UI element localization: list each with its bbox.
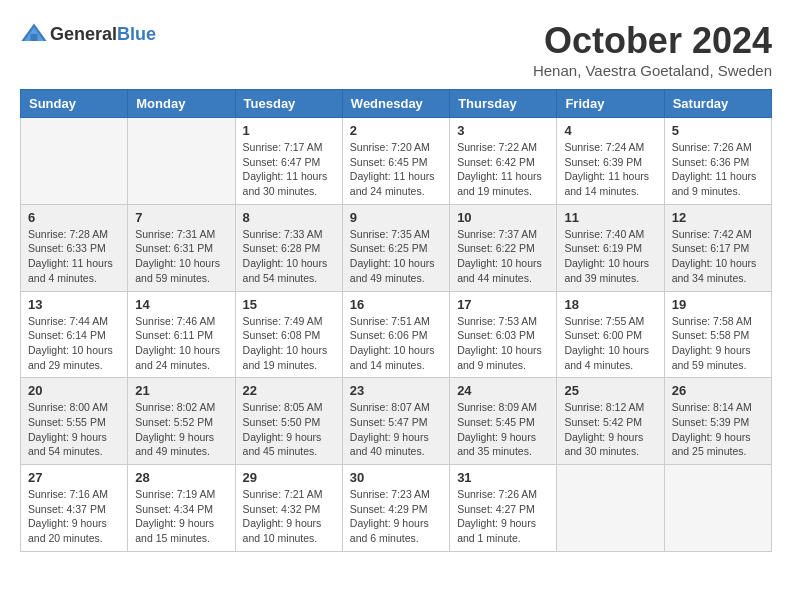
title-section: October 2024 Henan, Vaestra Goetaland, S… <box>533 20 772 79</box>
weekday-header-row: SundayMondayTuesdayWednesdayThursdayFrid… <box>21 90 772 118</box>
calendar-cell: 24Sunrise: 8:09 AM Sunset: 5:45 PM Dayli… <box>450 378 557 465</box>
cell-info-text: Sunrise: 7:24 AM Sunset: 6:39 PM Dayligh… <box>564 140 656 199</box>
calendar-week-row: 13Sunrise: 7:44 AM Sunset: 6:14 PM Dayli… <box>21 291 772 378</box>
calendar-cell: 8Sunrise: 7:33 AM Sunset: 6:28 PM Daylig… <box>235 204 342 291</box>
calendar-cell: 14Sunrise: 7:46 AM Sunset: 6:11 PM Dayli… <box>128 291 235 378</box>
cell-info-text: Sunrise: 8:09 AM Sunset: 5:45 PM Dayligh… <box>457 400 549 459</box>
cell-info-text: Sunrise: 8:07 AM Sunset: 5:47 PM Dayligh… <box>350 400 442 459</box>
calendar-cell: 30Sunrise: 7:23 AM Sunset: 4:29 PM Dayli… <box>342 465 449 552</box>
cell-info-text: Sunrise: 7:26 AM Sunset: 4:27 PM Dayligh… <box>457 487 549 546</box>
cell-info-text: Sunrise: 7:17 AM Sunset: 6:47 PM Dayligh… <box>243 140 335 199</box>
calendar-cell: 20Sunrise: 8:00 AM Sunset: 5:55 PM Dayli… <box>21 378 128 465</box>
calendar-cell: 15Sunrise: 7:49 AM Sunset: 6:08 PM Dayli… <box>235 291 342 378</box>
calendar-cell: 16Sunrise: 7:51 AM Sunset: 6:06 PM Dayli… <box>342 291 449 378</box>
cell-info-text: Sunrise: 7:42 AM Sunset: 6:17 PM Dayligh… <box>672 227 764 286</box>
cell-info-text: Sunrise: 7:53 AM Sunset: 6:03 PM Dayligh… <box>457 314 549 373</box>
calendar-cell: 29Sunrise: 7:21 AM Sunset: 4:32 PM Dayli… <box>235 465 342 552</box>
cell-date-number: 1 <box>243 123 335 138</box>
weekday-header-friday: Friday <box>557 90 664 118</box>
calendar-cell <box>664 465 771 552</box>
cell-info-text: Sunrise: 7:37 AM Sunset: 6:22 PM Dayligh… <box>457 227 549 286</box>
logo: GeneralBlue <box>20 20 156 48</box>
cell-info-text: Sunrise: 8:12 AM Sunset: 5:42 PM Dayligh… <box>564 400 656 459</box>
cell-info-text: Sunrise: 8:14 AM Sunset: 5:39 PM Dayligh… <box>672 400 764 459</box>
cell-info-text: Sunrise: 7:23 AM Sunset: 4:29 PM Dayligh… <box>350 487 442 546</box>
cell-info-text: Sunrise: 7:46 AM Sunset: 6:11 PM Dayligh… <box>135 314 227 373</box>
month-title: October 2024 <box>533 20 772 62</box>
cell-info-text: Sunrise: 7:33 AM Sunset: 6:28 PM Dayligh… <box>243 227 335 286</box>
cell-date-number: 11 <box>564 210 656 225</box>
cell-date-number: 21 <box>135 383 227 398</box>
cell-info-text: Sunrise: 7:20 AM Sunset: 6:45 PM Dayligh… <box>350 140 442 199</box>
cell-date-number: 6 <box>28 210 120 225</box>
cell-date-number: 15 <box>243 297 335 312</box>
calendar-cell <box>128 118 235 205</box>
cell-date-number: 10 <box>457 210 549 225</box>
cell-date-number: 5 <box>672 123 764 138</box>
cell-date-number: 20 <box>28 383 120 398</box>
calendar-cell: 21Sunrise: 8:02 AM Sunset: 5:52 PM Dayli… <box>128 378 235 465</box>
cell-info-text: Sunrise: 8:00 AM Sunset: 5:55 PM Dayligh… <box>28 400 120 459</box>
calendar-cell: 7Sunrise: 7:31 AM Sunset: 6:31 PM Daylig… <box>128 204 235 291</box>
cell-date-number: 27 <box>28 470 120 485</box>
weekday-header-sunday: Sunday <box>21 90 128 118</box>
logo-text: GeneralBlue <box>50 24 156 45</box>
cell-date-number: 4 <box>564 123 656 138</box>
cell-date-number: 22 <box>243 383 335 398</box>
cell-date-number: 29 <box>243 470 335 485</box>
calendar-week-row: 1Sunrise: 7:17 AM Sunset: 6:47 PM Daylig… <box>21 118 772 205</box>
calendar-cell: 23Sunrise: 8:07 AM Sunset: 5:47 PM Dayli… <box>342 378 449 465</box>
calendar-cell: 27Sunrise: 7:16 AM Sunset: 4:37 PM Dayli… <box>21 465 128 552</box>
cell-info-text: Sunrise: 7:49 AM Sunset: 6:08 PM Dayligh… <box>243 314 335 373</box>
svg-rect-2 <box>31 34 38 41</box>
cell-date-number: 7 <box>135 210 227 225</box>
cell-date-number: 26 <box>672 383 764 398</box>
cell-date-number: 14 <box>135 297 227 312</box>
cell-info-text: Sunrise: 7:19 AM Sunset: 4:34 PM Dayligh… <box>135 487 227 546</box>
calendar-cell: 25Sunrise: 8:12 AM Sunset: 5:42 PM Dayli… <box>557 378 664 465</box>
calendar-cell: 9Sunrise: 7:35 AM Sunset: 6:25 PM Daylig… <box>342 204 449 291</box>
calendar-cell: 26Sunrise: 8:14 AM Sunset: 5:39 PM Dayli… <box>664 378 771 465</box>
cell-date-number: 24 <box>457 383 549 398</box>
calendar-week-row: 20Sunrise: 8:00 AM Sunset: 5:55 PM Dayli… <box>21 378 772 465</box>
logo-general: General <box>50 24 117 44</box>
calendar-cell: 13Sunrise: 7:44 AM Sunset: 6:14 PM Dayli… <box>21 291 128 378</box>
calendar-cell: 19Sunrise: 7:58 AM Sunset: 5:58 PM Dayli… <box>664 291 771 378</box>
calendar-cell: 5Sunrise: 7:26 AM Sunset: 6:36 PM Daylig… <box>664 118 771 205</box>
weekday-header-wednesday: Wednesday <box>342 90 449 118</box>
calendar-cell: 2Sunrise: 7:20 AM Sunset: 6:45 PM Daylig… <box>342 118 449 205</box>
calendar-cell: 10Sunrise: 7:37 AM Sunset: 6:22 PM Dayli… <box>450 204 557 291</box>
calendar-week-row: 6Sunrise: 7:28 AM Sunset: 6:33 PM Daylig… <box>21 204 772 291</box>
calendar-cell: 11Sunrise: 7:40 AM Sunset: 6:19 PM Dayli… <box>557 204 664 291</box>
calendar-table: SundayMondayTuesdayWednesdayThursdayFrid… <box>20 89 772 552</box>
cell-info-text: Sunrise: 7:22 AM Sunset: 6:42 PM Dayligh… <box>457 140 549 199</box>
logo-icon <box>20 20 48 48</box>
cell-date-number: 16 <box>350 297 442 312</box>
cell-date-number: 2 <box>350 123 442 138</box>
location-title: Henan, Vaestra Goetaland, Sweden <box>533 62 772 79</box>
calendar-cell: 1Sunrise: 7:17 AM Sunset: 6:47 PM Daylig… <box>235 118 342 205</box>
cell-date-number: 28 <box>135 470 227 485</box>
cell-date-number: 12 <box>672 210 764 225</box>
cell-info-text: Sunrise: 7:26 AM Sunset: 6:36 PM Dayligh… <box>672 140 764 199</box>
cell-info-text: Sunrise: 7:40 AM Sunset: 6:19 PM Dayligh… <box>564 227 656 286</box>
cell-info-text: Sunrise: 7:28 AM Sunset: 6:33 PM Dayligh… <box>28 227 120 286</box>
weekday-header-tuesday: Tuesday <box>235 90 342 118</box>
weekday-header-saturday: Saturday <box>664 90 771 118</box>
cell-date-number: 23 <box>350 383 442 398</box>
calendar-cell: 17Sunrise: 7:53 AM Sunset: 6:03 PM Dayli… <box>450 291 557 378</box>
cell-info-text: Sunrise: 8:02 AM Sunset: 5:52 PM Dayligh… <box>135 400 227 459</box>
calendar-cell: 28Sunrise: 7:19 AM Sunset: 4:34 PM Dayli… <box>128 465 235 552</box>
cell-date-number: 18 <box>564 297 656 312</box>
weekday-header-monday: Monday <box>128 90 235 118</box>
cell-info-text: Sunrise: 7:44 AM Sunset: 6:14 PM Dayligh… <box>28 314 120 373</box>
cell-date-number: 3 <box>457 123 549 138</box>
calendar-week-row: 27Sunrise: 7:16 AM Sunset: 4:37 PM Dayli… <box>21 465 772 552</box>
cell-date-number: 13 <box>28 297 120 312</box>
cell-info-text: Sunrise: 7:31 AM Sunset: 6:31 PM Dayligh… <box>135 227 227 286</box>
calendar-cell: 12Sunrise: 7:42 AM Sunset: 6:17 PM Dayli… <box>664 204 771 291</box>
logo-blue: Blue <box>117 24 156 44</box>
calendar-cell <box>557 465 664 552</box>
cell-info-text: Sunrise: 7:58 AM Sunset: 5:58 PM Dayligh… <box>672 314 764 373</box>
calendar-cell: 6Sunrise: 7:28 AM Sunset: 6:33 PM Daylig… <box>21 204 128 291</box>
